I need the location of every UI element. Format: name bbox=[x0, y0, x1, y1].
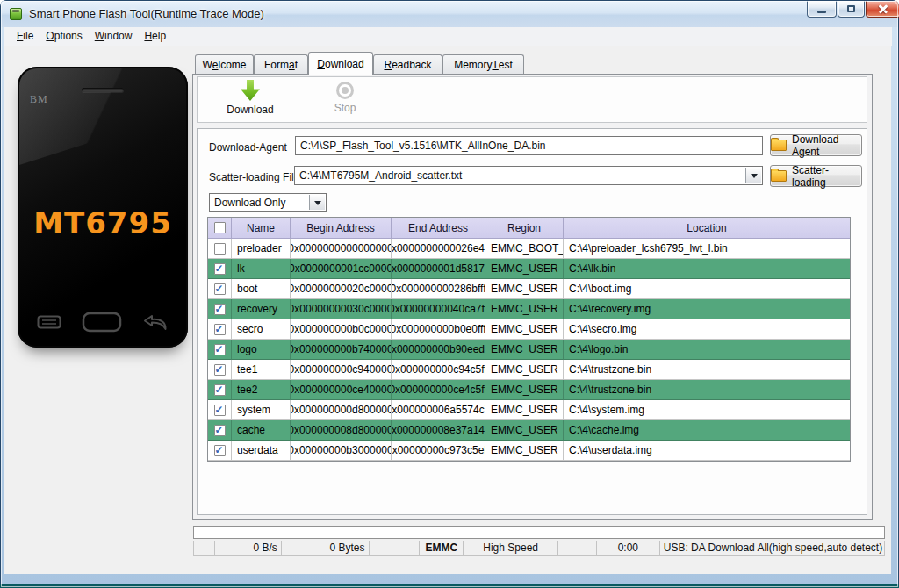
cell-select bbox=[208, 360, 232, 380]
column-header-name[interactable]: Name bbox=[232, 218, 291, 239]
row-checkbox[interactable] bbox=[214, 384, 226, 396]
tab-readback[interactable]: Readback bbox=[373, 54, 442, 74]
cell-end: 0x00000000040ca7ff bbox=[392, 299, 485, 319]
menu-item-options[interactable]: Options bbox=[40, 27, 88, 46]
row-checkbox[interactable] bbox=[214, 263, 226, 275]
column-header-end-address[interactable]: End Address bbox=[392, 218, 485, 239]
menu-item-help[interactable]: Help bbox=[138, 27, 172, 46]
cell-end: 0x000000000b0e0fff bbox=[392, 319, 485, 340]
menu-item-file[interactable]: File bbox=[11, 27, 40, 46]
cell-begin: 0x000000000b0c0000 bbox=[291, 319, 392, 340]
table-row-cache[interactable]: cache0x000000008d8000000x000000008e37a14… bbox=[208, 420, 850, 441]
download-button-label: Download bbox=[210, 104, 291, 116]
table-row-logo[interactable]: logo0x000000000b7400000x000000000b90eed9… bbox=[208, 340, 850, 360]
folder-icon bbox=[771, 170, 787, 182]
cell-region: EMMC_USER bbox=[485, 400, 564, 420]
cell-begin: 0x000000000c940000 bbox=[291, 360, 392, 380]
status-segment-3 bbox=[370, 541, 421, 555]
table-row-system[interactable]: system0x000000000d8000000x000000006a5574… bbox=[208, 400, 850, 420]
chevron-down-icon[interactable] bbox=[745, 168, 761, 183]
download-button[interactable]: Download bbox=[210, 80, 291, 120]
window-titlebar[interactable]: Smart Phone Flash Tool(Runtime Trace Mod… bbox=[1, 1, 898, 27]
download-agent-button-label: Download Agent bbox=[792, 133, 861, 158]
cell-region: EMMC_USER bbox=[485, 259, 564, 279]
row-checkbox[interactable] bbox=[214, 425, 226, 436]
cell-select bbox=[208, 299, 232, 319]
scatter-loading-button[interactable]: Scatter-loading bbox=[770, 165, 862, 187]
tab-download[interactable]: Download bbox=[308, 52, 373, 75]
cell-location: C:\4\recovery.img bbox=[564, 299, 850, 319]
download-agent-button[interactable]: Download Agent bbox=[770, 134, 862, 156]
table-row-tee2[interactable]: tee20x000000000ce400000x000000000ce4c5ff… bbox=[208, 380, 850, 400]
row-checkbox[interactable] bbox=[214, 364, 226, 376]
label-text: eadback bbox=[392, 59, 431, 71]
cell-region: EMMC_USER bbox=[485, 340, 564, 360]
cell-begin: 0x000000000b740000 bbox=[291, 340, 392, 360]
cell-name: tee2 bbox=[232, 380, 291, 400]
label-text: W bbox=[202, 59, 212, 71]
status-segment-7: 0:00 bbox=[597, 541, 660, 555]
table-row-secro[interactable]: secro0x000000000b0c00000x000000000b0e0ff… bbox=[208, 319, 850, 340]
stop-icon bbox=[336, 82, 354, 99]
cell-location: C:\4\secro.img bbox=[564, 319, 850, 340]
stop-button-label: Stop bbox=[305, 102, 385, 114]
cell-location: C:\4\system.img bbox=[564, 400, 850, 420]
cell-location: C:\4\logo.bin bbox=[564, 340, 850, 360]
cell-region: EMMC_USER bbox=[485, 380, 564, 400]
table-row-lk[interactable]: lk0x0000000001cc00000x0000000001d58173EM… bbox=[208, 259, 850, 279]
phone-chipset-label: MT6795 bbox=[18, 205, 188, 240]
label-text: ile bbox=[23, 30, 33, 42]
cell-name: system bbox=[232, 400, 291, 420]
scatter-loading-label: Scatter-loading File bbox=[209, 171, 299, 183]
table-row-recovery[interactable]: recovery0x00000000030c00000x00000000040c… bbox=[208, 299, 850, 319]
row-checkbox[interactable] bbox=[214, 445, 226, 456]
row-checkbox[interactable] bbox=[214, 405, 226, 416]
cell-region: EMMC_USER bbox=[485, 441, 564, 461]
label-text: H bbox=[144, 30, 152, 42]
maximize-button[interactable] bbox=[838, 1, 865, 18]
tab-format[interactable]: Format bbox=[254, 54, 308, 74]
table-row-tee1[interactable]: tee10x000000000c9400000x000000000c94c5ff… bbox=[208, 360, 850, 380]
row-checkbox[interactable] bbox=[214, 304, 226, 315]
scatter-loading-combobox[interactable]: C:\4\MT6795M_Android_scatter.txt bbox=[294, 166, 763, 185]
cell-location: C:\4\boot.img bbox=[564, 279, 850, 299]
download-mode-select[interactable]: Download Only bbox=[209, 193, 327, 212]
table-row-boot[interactable]: boot0x00000000020c00000x000000000286bfff… bbox=[208, 279, 850, 299]
cell-select bbox=[208, 380, 232, 400]
stop-button[interactable]: Stop bbox=[305, 80, 385, 120]
download-mode-value: Download Only bbox=[214, 194, 308, 212]
column-header-begin-address[interactable]: Begin Address bbox=[291, 218, 392, 239]
row-checkbox[interactable] bbox=[214, 243, 226, 255]
cell-location: C:\4\trustzone.bin bbox=[564, 380, 850, 400]
row-checkbox[interactable] bbox=[214, 324, 226, 335]
cell-location: C:\4\userdata.img bbox=[564, 441, 850, 461]
folder-icon bbox=[771, 140, 787, 151]
label-text: Form bbox=[264, 59, 289, 71]
column-header-location[interactable]: Location bbox=[564, 218, 850, 239]
row-checkbox[interactable] bbox=[214, 283, 226, 295]
status-segment-8: USB: DA Download All(high speed,auto det… bbox=[660, 541, 884, 555]
cell-location: C:\4\trustzone.bin bbox=[564, 360, 850, 380]
cell-region: EMMC_BOOT_1 bbox=[485, 239, 564, 259]
row-checkbox[interactable] bbox=[214, 344, 226, 355]
close-button[interactable] bbox=[866, 1, 899, 18]
table-row-userdata[interactable]: userdata0x00000000b30000000x00000000c973… bbox=[208, 441, 850, 461]
minimize-button[interactable] bbox=[807, 1, 837, 18]
tab-welcome[interactable]: Welcome bbox=[195, 54, 254, 74]
menu-item-window[interactable]: Window bbox=[89, 27, 139, 46]
select-all-checkbox[interactable] bbox=[214, 222, 226, 233]
cell-begin: 0x00000000020c0000 bbox=[291, 279, 392, 299]
cell-name: preloader bbox=[232, 239, 291, 259]
download-agent-input[interactable] bbox=[295, 136, 763, 155]
minimize-icon bbox=[817, 11, 826, 13]
tab-memory-test[interactable]: Memory Test bbox=[442, 54, 524, 74]
cell-select bbox=[208, 279, 232, 299]
chevron-down-icon[interactable] bbox=[309, 195, 325, 210]
label-text: a bbox=[289, 59, 295, 71]
cell-region: EMMC_USER bbox=[485, 420, 564, 441]
label-text: lcome bbox=[219, 59, 247, 71]
cell-end: 0x000000000b90eed9 bbox=[392, 340, 485, 360]
column-header-region[interactable]: Region bbox=[485, 218, 564, 239]
cell-name: recovery bbox=[232, 299, 291, 319]
table-row-preloader[interactable]: preloader0x00000000000000000x00000000000… bbox=[208, 239, 850, 259]
